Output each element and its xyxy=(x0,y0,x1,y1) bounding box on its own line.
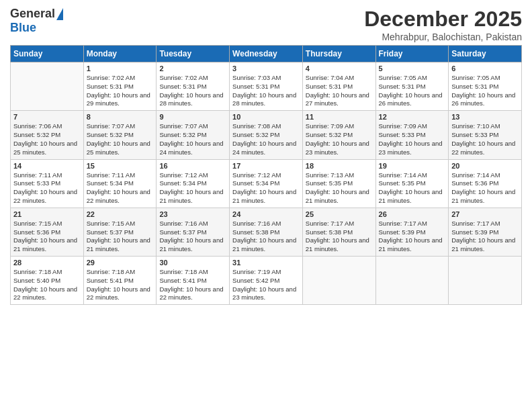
day-cell: 1Sunrise: 7:02 AM Sunset: 5:31 PM Daylig… xyxy=(83,62,157,111)
day-number: 27 xyxy=(451,210,519,218)
logo-blue: Blue xyxy=(10,21,36,35)
day-info: Sunrise: 7:18 AM Sunset: 5:41 PM Dayligh… xyxy=(87,268,154,302)
day-cell: 9Sunrise: 7:07 AM Sunset: 5:32 PM Daylig… xyxy=(157,111,230,159)
week-row-4: 21Sunrise: 7:15 AM Sunset: 5:36 PM Dayli… xyxy=(11,208,522,256)
day-info: Sunrise: 7:12 AM Sunset: 5:34 PM Dayligh… xyxy=(159,171,226,205)
day-info: Sunrise: 7:09 AM Sunset: 5:33 PM Dayligh… xyxy=(379,122,446,156)
logo-icon xyxy=(56,8,63,20)
day-number: 10 xyxy=(232,113,300,121)
day-number: 5 xyxy=(379,64,446,73)
day-info: Sunrise: 7:02 AM Sunset: 5:31 PM Dayligh… xyxy=(159,74,226,108)
day-info: Sunrise: 7:07 AM Sunset: 5:32 PM Dayligh… xyxy=(159,122,226,156)
day-number: 13 xyxy=(451,113,519,121)
day-info: Sunrise: 7:14 AM Sunset: 5:35 PM Dayligh… xyxy=(379,171,446,205)
day-number: 21 xyxy=(13,210,81,218)
day-number: 31 xyxy=(232,259,300,267)
day-number: 1 xyxy=(87,64,154,73)
day-number: 11 xyxy=(306,113,373,121)
day-info: Sunrise: 7:09 AM Sunset: 5:32 PM Dayligh… xyxy=(306,122,373,156)
day-cell xyxy=(302,257,375,305)
day-info: Sunrise: 7:08 AM Sunset: 5:32 PM Dayligh… xyxy=(232,122,300,156)
day-cell: 4Sunrise: 7:04 AM Sunset: 5:31 PM Daylig… xyxy=(302,62,375,111)
day-number: 16 xyxy=(159,162,226,170)
day-info: Sunrise: 7:10 AM Sunset: 5:33 PM Dayligh… xyxy=(451,122,519,156)
day-info: Sunrise: 7:05 AM Sunset: 5:31 PM Dayligh… xyxy=(451,74,519,108)
day-number: 17 xyxy=(232,162,300,170)
day-cell: 28Sunrise: 7:18 AM Sunset: 5:40 PM Dayli… xyxy=(11,257,84,305)
day-cell: 29Sunrise: 7:18 AM Sunset: 5:41 PM Dayli… xyxy=(83,257,157,305)
day-cell: 18Sunrise: 7:13 AM Sunset: 5:35 PM Dayli… xyxy=(302,159,375,208)
day-number: 3 xyxy=(232,64,300,73)
header-cell-thursday: Thursday xyxy=(302,46,375,62)
day-info: Sunrise: 7:18 AM Sunset: 5:41 PM Dayligh… xyxy=(159,268,226,302)
day-info: Sunrise: 7:12 AM Sunset: 5:34 PM Dayligh… xyxy=(232,171,300,205)
day-cell: 7Sunrise: 7:06 AM Sunset: 5:32 PM Daylig… xyxy=(11,111,84,159)
day-info: Sunrise: 7:03 AM Sunset: 5:31 PM Dayligh… xyxy=(232,74,300,108)
day-cell: 26Sunrise: 7:17 AM Sunset: 5:39 PM Dayli… xyxy=(375,208,449,256)
day-info: Sunrise: 7:14 AM Sunset: 5:36 PM Dayligh… xyxy=(451,171,519,205)
day-info: Sunrise: 7:16 AM Sunset: 5:38 PM Dayligh… xyxy=(232,220,300,254)
day-info: Sunrise: 7:13 AM Sunset: 5:35 PM Dayligh… xyxy=(306,171,373,205)
day-cell: 21Sunrise: 7:15 AM Sunset: 5:36 PM Dayli… xyxy=(11,208,84,256)
day-info: Sunrise: 7:11 AM Sunset: 5:33 PM Dayligh… xyxy=(13,171,81,205)
day-cell: 25Sunrise: 7:17 AM Sunset: 5:38 PM Dayli… xyxy=(302,208,375,256)
day-info: Sunrise: 7:06 AM Sunset: 5:32 PM Dayligh… xyxy=(13,122,81,156)
day-number: 12 xyxy=(379,113,446,121)
day-cell: 24Sunrise: 7:16 AM Sunset: 5:38 PM Dayli… xyxy=(230,208,303,256)
day-info: Sunrise: 7:02 AM Sunset: 5:31 PM Dayligh… xyxy=(87,74,154,108)
day-number: 30 xyxy=(159,259,226,267)
day-number: 18 xyxy=(306,162,373,170)
day-cell: 30Sunrise: 7:18 AM Sunset: 5:41 PM Dayli… xyxy=(157,257,230,305)
day-cell xyxy=(375,257,449,305)
day-cell xyxy=(11,62,84,111)
day-number: 28 xyxy=(13,259,81,267)
day-cell: 13Sunrise: 7:10 AM Sunset: 5:33 PM Dayli… xyxy=(449,111,522,159)
day-info: Sunrise: 7:11 AM Sunset: 5:34 PM Dayligh… xyxy=(87,171,154,205)
day-info: Sunrise: 7:19 AM Sunset: 5:42 PM Dayligh… xyxy=(232,268,300,302)
day-number: 6 xyxy=(451,64,519,73)
week-row-2: 7Sunrise: 7:06 AM Sunset: 5:32 PM Daylig… xyxy=(11,111,522,159)
header-cell-tuesday: Tuesday xyxy=(157,46,230,62)
day-number: 29 xyxy=(87,259,154,267)
day-cell: 6Sunrise: 7:05 AM Sunset: 5:31 PM Daylig… xyxy=(449,62,522,111)
day-number: 9 xyxy=(159,113,226,121)
day-cell: 14Sunrise: 7:11 AM Sunset: 5:33 PM Dayli… xyxy=(11,159,84,208)
day-number: 14 xyxy=(13,162,81,170)
day-cell: 8Sunrise: 7:07 AM Sunset: 5:32 PM Daylig… xyxy=(83,111,157,159)
header-cell-sunday: Sunday xyxy=(11,46,84,62)
day-number: 20 xyxy=(451,162,519,170)
page-container: General Blue December 2025 Mehrabpur, Ba… xyxy=(0,0,532,312)
day-number: 24 xyxy=(232,210,300,218)
header: General Blue December 2025 Mehrabpur, Ba… xyxy=(10,7,522,42)
header-cell-wednesday: Wednesday xyxy=(230,46,303,62)
logo: General Blue xyxy=(10,7,63,35)
day-number: 2 xyxy=(159,64,226,73)
week-row-5: 28Sunrise: 7:18 AM Sunset: 5:40 PM Dayli… xyxy=(11,257,522,305)
day-number: 23 xyxy=(159,210,226,218)
day-number: 15 xyxy=(87,162,154,170)
day-info: Sunrise: 7:04 AM Sunset: 5:31 PM Dayligh… xyxy=(306,74,373,108)
day-cell: 2Sunrise: 7:02 AM Sunset: 5:31 PM Daylig… xyxy=(157,62,230,111)
day-number: 8 xyxy=(87,113,154,121)
header-cell-saturday: Saturday xyxy=(449,46,522,62)
day-number: 22 xyxy=(87,210,154,218)
location: Mehrabpur, Balochistan, Pakistan xyxy=(364,32,522,42)
header-cell-monday: Monday xyxy=(83,46,157,62)
calendar-table: SundayMondayTuesdayWednesdayThursdayFrid… xyxy=(10,45,522,305)
week-row-1: 1Sunrise: 7:02 AM Sunset: 5:31 PM Daylig… xyxy=(11,62,522,111)
day-cell: 3Sunrise: 7:03 AM Sunset: 5:31 PM Daylig… xyxy=(230,62,303,111)
week-row-3: 14Sunrise: 7:11 AM Sunset: 5:33 PM Dayli… xyxy=(11,159,522,208)
day-cell: 17Sunrise: 7:12 AM Sunset: 5:34 PM Dayli… xyxy=(230,159,303,208)
day-cell: 16Sunrise: 7:12 AM Sunset: 5:34 PM Dayli… xyxy=(157,159,230,208)
day-cell: 12Sunrise: 7:09 AM Sunset: 5:33 PM Dayli… xyxy=(375,111,449,159)
day-cell: 5Sunrise: 7:05 AM Sunset: 5:31 PM Daylig… xyxy=(375,62,449,111)
day-cell: 27Sunrise: 7:17 AM Sunset: 5:39 PM Dayli… xyxy=(449,208,522,256)
day-number: 4 xyxy=(306,64,373,73)
header-cell-friday: Friday xyxy=(375,46,449,62)
day-number: 7 xyxy=(13,113,81,121)
month-title: December 2025 xyxy=(364,7,522,32)
day-info: Sunrise: 7:15 AM Sunset: 5:37 PM Dayligh… xyxy=(87,220,154,254)
day-number: 25 xyxy=(306,210,373,218)
day-cell: 15Sunrise: 7:11 AM Sunset: 5:34 PM Dayli… xyxy=(83,159,157,208)
day-number: 19 xyxy=(379,162,446,170)
